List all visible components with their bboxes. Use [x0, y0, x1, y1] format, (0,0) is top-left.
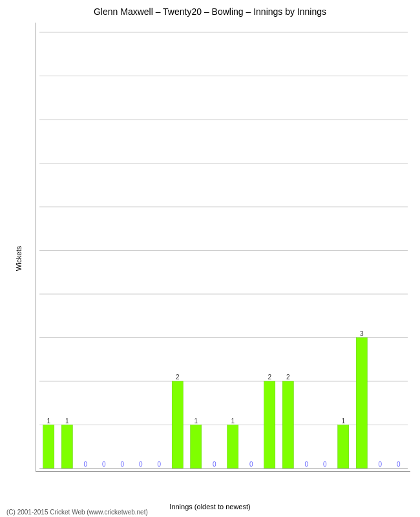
svg-text:2: 2 [176, 374, 180, 381]
svg-text:0: 0 [249, 461, 253, 468]
svg-text:2: 2 [286, 374, 290, 381]
svg-rect-40 [191, 425, 202, 469]
svg-text:0: 0 [139, 461, 143, 468]
svg-rect-50 [264, 381, 275, 469]
svg-text:0: 0 [83, 461, 87, 468]
svg-text:0: 0 [102, 461, 106, 468]
svg-rect-60 [338, 425, 349, 469]
chart-area: 0123456789101112030405060728190101110122… [36, 23, 410, 472]
x-axis-label: Innings (oldest to newest) [169, 503, 250, 511]
svg-text:1: 1 [231, 417, 235, 425]
chart-svg: 0123456789101112030405060728190101110122… [36, 23, 410, 471]
svg-text:0: 0 [304, 461, 308, 468]
svg-rect-45 [227, 425, 238, 469]
svg-text:0: 0 [378, 461, 382, 468]
copyright-text: (C) 2001-2015 Cricket Web (www.cricketwe… [6, 509, 148, 516]
svg-text:1: 1 [341, 417, 345, 425]
svg-text:0: 0 [323, 461, 327, 468]
svg-rect-37 [172, 381, 183, 469]
svg-text:1: 1 [194, 417, 198, 425]
svg-text:1: 1 [47, 417, 50, 425]
svg-rect-63 [356, 338, 367, 469]
y-axis-label: Wickets [15, 246, 23, 271]
svg-rect-21 [43, 425, 54, 469]
svg-rect-24 [61, 425, 72, 469]
svg-text:0: 0 [213, 461, 216, 468]
svg-text:0: 0 [120, 461, 124, 468]
svg-text:1: 1 [65, 417, 69, 425]
svg-text:0: 0 [397, 461, 401, 468]
svg-text:0: 0 [157, 461, 161, 468]
chart-container: Glenn Maxwell – Twenty20 – Bowling – Inn… [0, 0, 420, 517]
svg-rect-53 [282, 381, 293, 469]
svg-text:3: 3 [360, 330, 364, 337]
chart-title: Glenn Maxwell – Twenty20 – Bowling – Inn… [0, 0, 420, 20]
svg-text:2: 2 [268, 374, 271, 381]
